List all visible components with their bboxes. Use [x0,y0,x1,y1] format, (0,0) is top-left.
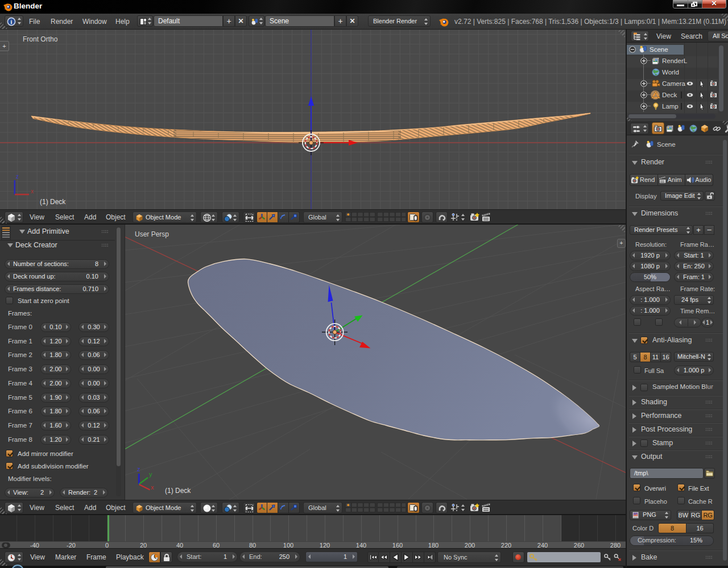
svg-text:i: i [11,19,13,25]
svg-text:z: z [137,466,140,472]
svg-text:z: z [16,173,19,180]
svg-text:x: x [151,484,154,491]
svg-text:y: y [149,471,152,478]
svg-text:x: x [31,188,34,194]
